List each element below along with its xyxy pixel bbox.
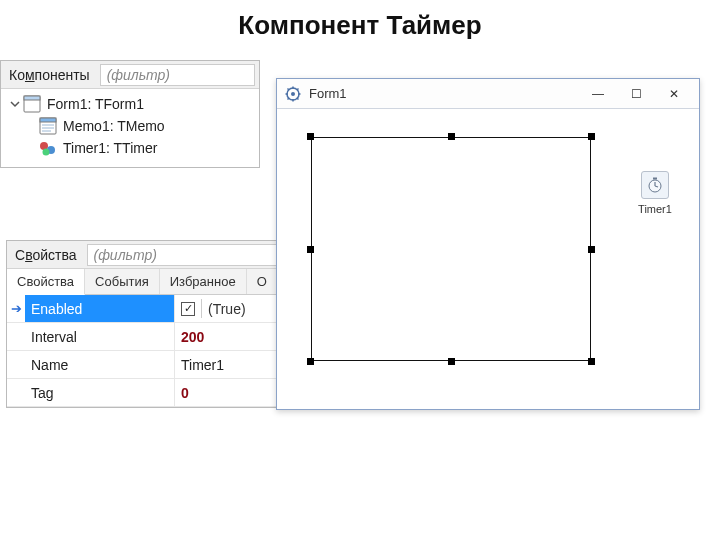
window-title: Form1 bbox=[309, 86, 579, 101]
slide-title: Компонент Таймер bbox=[0, 10, 720, 41]
properties-header-label: Свойства bbox=[7, 247, 85, 263]
tree-node-form1[interactable]: Form1: TForm1 bbox=[5, 93, 257, 115]
tree-node-memo1[interactable]: Memo1: TMemo bbox=[5, 115, 257, 137]
memo-component-selected[interactable] bbox=[311, 137, 591, 361]
tab-restricted[interactable]: О bbox=[247, 269, 278, 294]
titlebar[interactable]: Form1 — ☐ ✕ bbox=[277, 79, 699, 109]
clock-icon bbox=[641, 171, 669, 199]
tab-events[interactable]: События bbox=[85, 269, 160, 294]
resize-handle[interactable] bbox=[588, 246, 595, 253]
resize-handle[interactable] bbox=[307, 133, 314, 140]
tree-node-label: Form1: TForm1 bbox=[47, 96, 144, 112]
maximize-button[interactable]: ☐ bbox=[617, 83, 655, 105]
tree-node-label: Memo1: TMemo bbox=[63, 118, 165, 134]
design-surface[interactable]: Timer1 bbox=[277, 109, 699, 409]
prop-name: Interval bbox=[25, 323, 175, 350]
components-tree: Form1: TForm1 Memo1: TMemo Timer1: TTime… bbox=[1, 89, 259, 167]
tree-node-label: Timer1: TTimer bbox=[63, 140, 157, 156]
close-button[interactable]: ✕ bbox=[655, 83, 693, 105]
window-controls: — ☐ ✕ bbox=[579, 83, 693, 105]
resize-handle[interactable] bbox=[448, 133, 455, 140]
prop-name: Name bbox=[25, 351, 175, 378]
chevron-down-icon[interactable] bbox=[9, 98, 21, 110]
checkbox-icon[interactable]: ✓ bbox=[181, 302, 195, 316]
timer-component-label: Timer1 bbox=[633, 203, 677, 215]
minimize-button[interactable]: — bbox=[579, 83, 617, 105]
svg-rect-3 bbox=[40, 118, 56, 122]
memo-component[interactable] bbox=[311, 137, 591, 361]
tree-node-timer1[interactable]: Timer1: TTimer bbox=[5, 137, 257, 159]
resize-handle[interactable] bbox=[448, 358, 455, 365]
components-header-label: Компоненты bbox=[1, 67, 98, 83]
timer-icon bbox=[39, 139, 57, 157]
row-indicator-icon: ➔ bbox=[7, 295, 25, 322]
svg-point-11 bbox=[291, 92, 295, 96]
resize-handle[interactable] bbox=[588, 358, 595, 365]
app-gear-icon bbox=[285, 86, 301, 102]
resize-handle[interactable] bbox=[307, 246, 314, 253]
form-icon bbox=[23, 95, 41, 113]
prop-name: Tag bbox=[25, 379, 175, 406]
prop-name: Enabled bbox=[25, 295, 175, 322]
svg-rect-23 bbox=[653, 178, 657, 180]
svg-point-9 bbox=[43, 149, 50, 156]
components-filter-input[interactable]: (фильтр) bbox=[100, 64, 255, 86]
tab-favorites[interactable]: Избранное bbox=[160, 269, 247, 294]
form-designer-window: Form1 — ☐ ✕ Timer1 bbox=[276, 78, 700, 410]
resize-handle[interactable] bbox=[307, 358, 314, 365]
components-header: Компоненты (фильтр) bbox=[1, 61, 259, 89]
resize-handle[interactable] bbox=[588, 133, 595, 140]
components-panel: Компоненты (фильтр) Form1: TForm1 Memo1:… bbox=[0, 60, 260, 168]
timer-component[interactable]: Timer1 bbox=[633, 171, 677, 215]
tab-properties[interactable]: Свойства bbox=[7, 269, 85, 295]
svg-rect-1 bbox=[24, 96, 40, 100]
memo-icon bbox=[39, 117, 57, 135]
